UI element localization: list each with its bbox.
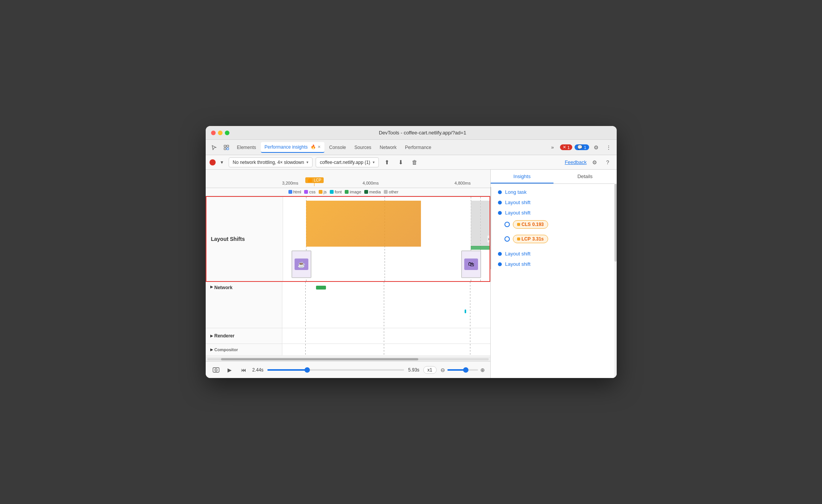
main-content: 3,200ms 4,000ms 4,800ms 🟧 LCP html <box>206 170 617 378</box>
legend-image: image <box>345 190 361 194</box>
svg-rect-0 <box>224 145 226 147</box>
zoom-slider-track[interactable] <box>447 369 478 371</box>
tab-details[interactable]: Details <box>553 170 617 183</box>
network-chevron-icon[interactable]: ▶ <box>210 285 213 289</box>
layout-shift-link-3[interactable]: Layout shift <box>505 251 531 257</box>
speed-badge[interactable]: x1 <box>423 366 437 374</box>
tab-performance-insights[interactable]: Performance insights 🔥 ✕ <box>261 142 325 153</box>
timeline-rows[interactable]: Layout Shifts <box>206 196 490 357</box>
renderer-chevron-icon[interactable]: ▶ <box>210 334 213 338</box>
maximize-button[interactable] <box>225 131 229 135</box>
play-icon[interactable]: ▶ <box>225 365 235 375</box>
renderer-content <box>282 328 490 344</box>
compositor-chevron-icon[interactable]: ▶ <box>210 348 213 352</box>
layout-shift-link-2[interactable]: Layout shift <box>505 210 531 216</box>
panel-scrollbar-thumb[interactable] <box>614 184 617 262</box>
import-icon[interactable]: ⬇ <box>396 157 406 168</box>
timeline-dot-1 <box>498 190 502 194</box>
zoom-slider-thumb[interactable] <box>463 367 468 373</box>
tab-sources[interactable]: Sources <box>350 142 375 153</box>
devtools-window: DevTools - coffee-cart.netlify.app/?ad=1… <box>206 126 617 378</box>
playhead-slider[interactable] <box>267 366 404 374</box>
right-panel: Insights Details Long task <box>490 170 617 378</box>
throttle-arrow-icon: ▾ <box>306 160 308 164</box>
timeline-dot-3 <box>498 211 502 215</box>
timeline-dot-5 <box>498 262 502 266</box>
panel-scrollbar[interactable] <box>614 183 617 378</box>
insight-layout-shift-2[interactable]: Layout shift <box>500 208 617 218</box>
cursor-icon[interactable] <box>209 142 219 153</box>
cls-badge[interactable]: CLS 0.193 <box>513 220 548 229</box>
cls-item[interactable]: CLS 0.193 <box>500 218 617 231</box>
bottom-bar: ▶ ⏮ 2.44s 5.93s x1 ⊖ <box>206 361 490 378</box>
legend-font: font <box>330 190 342 194</box>
tab-performance[interactable]: Performance <box>401 142 435 153</box>
panel-help-icon[interactable]: ? <box>603 157 613 167</box>
skip-back-icon[interactable]: ⏮ <box>239 365 249 375</box>
net-bar-fonts <box>465 309 466 313</box>
zoom-slider[interactable] <box>447 369 478 371</box>
compositor-label: ▶ Compositor <box>206 344 282 355</box>
dashed-line-rend-2 <box>384 328 384 344</box>
close-button[interactable] <box>211 131 216 135</box>
lcp-item[interactable]: LCP 3.31s <box>500 232 617 245</box>
renderer-row: ▶ Renderer <box>206 328 490 344</box>
timeline-scrollbar[interactable] <box>206 357 490 361</box>
tab-console[interactable]: Console <box>325 142 350 153</box>
cls-circle-dot <box>504 222 510 227</box>
tab-network[interactable]: Network <box>376 142 400 153</box>
more-options-icon[interactable]: ⋮ <box>604 142 614 152</box>
tabs-container: Elements Performance insights 🔥 ✕ Consol… <box>233 142 546 153</box>
tab-close-icon[interactable]: ✕ <box>318 145 321 149</box>
layout-shift-link-4[interactable]: Layout shift <box>505 261 531 267</box>
slider-thumb[interactable] <box>305 367 310 373</box>
dropdown-arrow-icon[interactable]: ▾ <box>219 157 226 168</box>
layout-shift-link-1[interactable]: Layout shift <box>505 200 531 205</box>
more-tabs-btn[interactable]: » <box>547 142 558 153</box>
lcp-badge-panel[interactable]: LCP 3.31s <box>513 235 548 243</box>
screenshot-icon[interactable] <box>211 365 221 375</box>
compositor-content <box>282 344 490 355</box>
target-dropdown[interactable]: coffee-cart.netlify.app (1) ▾ <box>316 157 379 167</box>
inspect-icon[interactable] <box>221 142 232 153</box>
expand-right-icon[interactable]: › <box>487 236 490 242</box>
feedback-link[interactable]: Feedback <box>565 159 586 165</box>
throttle-dropdown[interactable]: No network throttling, 4× slowdown ▾ <box>229 157 313 167</box>
slider-track[interactable] <box>267 369 404 371</box>
layout-shifts-row: Layout Shifts <box>206 196 490 282</box>
tab-elements[interactable]: Elements <box>233 142 260 153</box>
long-task-link[interactable]: Long task <box>505 189 527 195</box>
record-button[interactable] <box>210 159 216 165</box>
scrollbar-thumb[interactable] <box>221 358 418 360</box>
timeline-vertical-line <box>491 187 491 269</box>
renderer-label: ▶ Renderer <box>206 328 282 344</box>
insight-layout-shift-4[interactable]: Layout shift <box>500 259 617 269</box>
lcp-marker: 🟧 LCP <box>305 177 324 186</box>
insight-long-task[interactable]: Long task <box>500 187 617 197</box>
tab-insights[interactable]: Insights <box>491 170 554 183</box>
panel-tabs: Insights Details <box>491 170 617 184</box>
insight-layout-shift-1[interactable]: Layout shift <box>500 197 617 208</box>
window-title: DevTools - coffee-cart.netlify.app/?ad=1 <box>234 130 611 136</box>
error-badge[interactable]: ✕ 1 <box>560 144 572 150</box>
zoom-in-icon[interactable]: ⊕ <box>480 367 485 373</box>
delete-icon[interactable]: 🗑 <box>409 157 420 168</box>
export-icon[interactable]: ⬆ <box>382 157 393 168</box>
network-content: coffee-cart.netlify.app cdnjs.cloudflare… <box>282 282 490 328</box>
message-badge[interactable]: 💬 1 <box>575 144 589 150</box>
lcp-badge-square <box>517 237 520 241</box>
legend-html: html <box>288 190 301 194</box>
orange-block <box>306 201 421 247</box>
gray-block <box>471 201 490 247</box>
timeline-dot-2 <box>498 201 502 205</box>
slider-fill <box>267 369 307 371</box>
lcp-badge-label: LCP <box>522 236 531 242</box>
thumbnail-2: 🛍 <box>461 250 481 278</box>
zoom-out-icon[interactable]: ⊖ <box>440 367 445 373</box>
scrollbar-track[interactable] <box>207 358 489 360</box>
settings-gear-icon[interactable]: ⚙ <box>591 142 601 152</box>
panel-settings-icon[interactable]: ⚙ <box>590 157 600 167</box>
insight-layout-shift-3[interactable]: Layout shift <box>500 249 617 259</box>
legend-other: other <box>384 190 398 194</box>
minimize-button[interactable] <box>218 131 223 135</box>
